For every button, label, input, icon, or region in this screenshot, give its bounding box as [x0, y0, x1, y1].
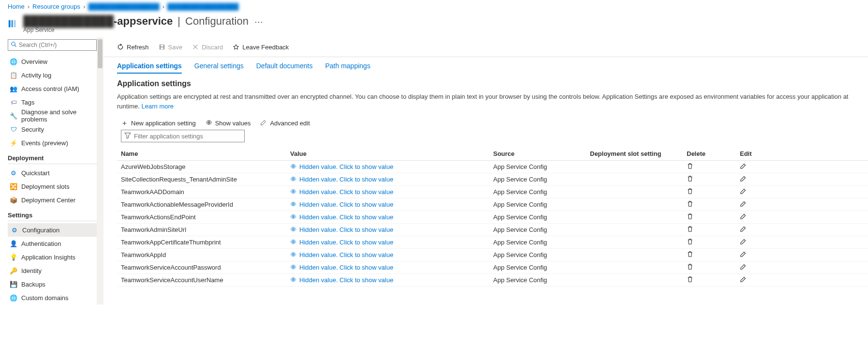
eye-icon	[290, 213, 296, 221]
sidebar-item-overview[interactable]: 🌐Overview	[8, 55, 97, 68]
svg-point-14	[293, 266, 294, 267]
scrollbar-thumb[interactable]	[98, 39, 103, 68]
edit-button[interactable]	[740, 263, 779, 272]
edit-button[interactable]	[740, 188, 779, 196]
eye-icon	[290, 176, 296, 183]
sidebar-item-identity[interactable]: 🔑Identity	[8, 264, 97, 277]
sidebar-item-authentication[interactable]: 👤Authentication	[8, 237, 97, 250]
filter-settings[interactable]	[121, 130, 245, 142]
svg-point-11	[293, 228, 294, 229]
tab-application-settings[interactable]: Application settings	[117, 62, 182, 74]
table-row: TeamworkAppIdHidden value. Click to show…	[117, 249, 868, 261]
pencil-icon	[740, 201, 747, 209]
delete-button[interactable]	[687, 276, 740, 284]
table-row: TeamworkAppCertificateThumbprintHidden v…	[117, 236, 868, 249]
advanced-edit-button[interactable]: Advanced edit	[260, 119, 309, 127]
hidden-value-link[interactable]: Hidden value. Click to show value	[290, 188, 493, 196]
sidebar-item-custom-domains[interactable]: 🌐Custom domains	[8, 291, 97, 304]
sidebar-item-iam[interactable]: 👥Access control (IAM)	[8, 82, 97, 95]
th-delete: Delete	[687, 150, 740, 157]
sidebar-item-deployment-center[interactable]: 📦Deployment Center	[8, 193, 97, 207]
hidden-value-link[interactable]: Hidden value. Click to show value	[290, 213, 493, 221]
sidebar-scrollbar[interactable]	[97, 37, 103, 304]
trash-icon	[687, 252, 693, 259]
table-row: TeamworkServiceAccountPasswordHidden val…	[117, 261, 868, 274]
shield-icon: 🛡	[10, 126, 17, 133]
breadcrumb-blurred-2[interactable]: ████████████████	[167, 3, 238, 10]
edit-button[interactable]	[740, 213, 779, 221]
delete-button[interactable]	[687, 188, 740, 196]
tab-general-settings[interactable]: General settings	[194, 62, 244, 74]
sidebar-item-deployment-slots[interactable]: 🔀Deployment slots	[8, 180, 97, 193]
edit-button[interactable]	[740, 238, 779, 246]
delete-button[interactable]	[687, 163, 740, 171]
svg-rect-0	[9, 20, 11, 27]
edit-button[interactable]	[740, 276, 779, 284]
tab-default-documents[interactable]: Default documents	[256, 62, 313, 74]
tab-path-mappings[interactable]: Path mappings	[325, 62, 370, 74]
sidebar-item-tags[interactable]: 🏷Tags	[8, 95, 97, 109]
sidebar-item-security[interactable]: 🛡Security	[8, 122, 97, 136]
activity-log-icon: 📋	[10, 72, 17, 79]
setting-source: App Service Config	[493, 213, 590, 221]
sidebar-item-backups[interactable]: 💾Backups	[8, 277, 97, 291]
sidebar-search[interactable]	[8, 39, 97, 51]
svg-point-13	[293, 254, 294, 255]
chevron-right-icon: ›	[28, 3, 29, 10]
edit-button[interactable]	[740, 251, 779, 259]
delete-button[interactable]	[687, 263, 740, 272]
hidden-value-link[interactable]: Hidden value. Click to show value	[290, 276, 493, 284]
sidebar-item-app-insights[interactable]: 💡Application Insights	[8, 250, 97, 264]
identity-icon: 🔑	[10, 267, 17, 274]
show-values-button[interactable]: Show values	[206, 119, 251, 127]
sidebar-item-activity-log[interactable]: 📋Activity log	[8, 68, 97, 82]
settings-table: Name Value Source Deployment slot settin…	[117, 147, 868, 287]
sidebar-item-configuration[interactable]: ⚙Configuration	[8, 223, 97, 237]
learn-more-link[interactable]: Learn more	[142, 103, 174, 110]
sidebar-search-input[interactable]	[19, 42, 93, 48]
delete-button[interactable]	[687, 200, 740, 209]
sidebar-item-diagnose[interactable]: 🔧Diagnose and solve problems	[8, 109, 97, 122]
hidden-value-link[interactable]: Hidden value. Click to show value	[290, 239, 493, 246]
delete-button[interactable]	[687, 251, 740, 259]
edit-button[interactable]	[740, 226, 779, 234]
hidden-value-link[interactable]: Hidden value. Click to show value	[290, 226, 493, 234]
breadcrumb-home[interactable]: Home	[8, 3, 25, 10]
setting-source: App Service Config	[493, 251, 590, 258]
delete-button[interactable]	[687, 175, 740, 183]
breadcrumb-blurred-1[interactable]: ████████████████	[88, 3, 159, 10]
setting-name: AzureWebJobsStorage	[121, 163, 290, 170]
sidebar-item-quickstart[interactable]: ⚙Quickstart	[8, 166, 97, 180]
edit-button[interactable]	[740, 200, 779, 209]
eye-icon	[206, 119, 212, 127]
hidden-value-link[interactable]: Hidden value. Click to show value	[290, 264, 493, 272]
eye-icon	[290, 251, 296, 259]
hidden-value-link[interactable]: Hidden value. Click to show value	[290, 251, 493, 259]
delete-button[interactable]	[687, 238, 740, 246]
section-title: Application settings	[117, 79, 868, 88]
trash-icon	[687, 164, 693, 171]
pencil-icon	[740, 239, 747, 246]
page-title: ████████████-appservice	[23, 15, 173, 28]
hidden-value-link[interactable]: Hidden value. Click to show value	[290, 176, 493, 183]
refresh-button[interactable]: Refresh	[117, 44, 149, 51]
hidden-value-link[interactable]: Hidden value. Click to show value	[290, 163, 493, 171]
more-icon[interactable]: ⋯	[254, 16, 263, 27]
delete-button[interactable]	[687, 213, 740, 221]
slots-icon: 🔀	[10, 183, 17, 190]
breadcrumb-resource-groups[interactable]: Resource groups	[32, 3, 80, 10]
sidebar-group-settings: Settings	[8, 212, 97, 219]
feedback-button[interactable]: Leave Feedback	[233, 44, 289, 51]
eye-icon	[290, 163, 296, 171]
th-value: Value	[290, 150, 493, 157]
hidden-value-link[interactable]: Hidden value. Click to show value	[290, 201, 493, 209]
sidebar-item-events[interactable]: ⚡Events (preview)	[8, 136, 97, 150]
table-row: TeamworkServiceAccountUserNameHidden val…	[117, 274, 868, 287]
new-setting-button[interactable]: ＋ New application setting	[121, 119, 196, 128]
delete-button[interactable]	[687, 226, 740, 234]
section-description: Application settings are encrypted at re…	[117, 92, 868, 111]
filter-input[interactable]	[134, 133, 241, 140]
edit-button[interactable]	[740, 175, 779, 183]
edit-button[interactable]	[740, 163, 779, 171]
tab-bar: Application settings General settings De…	[117, 57, 868, 76]
